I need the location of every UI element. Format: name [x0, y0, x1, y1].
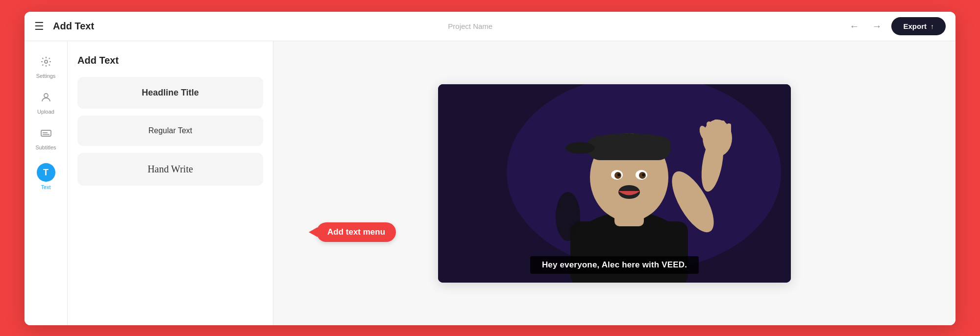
export-button[interactable]: Export ↑ [891, 17, 946, 35]
svg-point-1 [44, 94, 48, 97]
svg-point-13 [565, 142, 595, 154]
settings-icon [40, 56, 52, 71]
svg-point-0 [45, 60, 48, 63]
subtitle-text: Hey everyone, Alec here with VEED. [530, 256, 699, 274]
sidebar-nav: Settings Upload [24, 41, 68, 325]
svg-point-19 [642, 173, 645, 176]
person-figure [438, 84, 791, 283]
text-circle-icon: T [37, 163, 55, 182]
headline-title-button[interactable]: Headline Title [77, 77, 263, 109]
top-bar-center: Project Name [94, 22, 846, 30]
callout-arrow-icon [309, 227, 318, 237]
regular-text-button[interactable]: Regular Text [77, 116, 263, 146]
upload-label: Upload [37, 109, 54, 115]
sidebar-item-subtitles[interactable]: Subtitles [27, 122, 65, 155]
sidebar-item-settings[interactable]: Settings [27, 51, 65, 84]
panel-title: Add Text [77, 55, 263, 66]
text-icon-letter: T [43, 168, 49, 178]
project-name: Project Name [448, 22, 492, 30]
callout-wrapper: Add text menu [317, 222, 396, 242]
top-bar-left: ☰ Add Text [34, 21, 94, 32]
app-container: ☰ Add Text Project Name ← → Export ↑ [24, 12, 956, 325]
add-text-panel: Add Text Headline Title Regular Text Han… [68, 41, 273, 325]
upload-icon [40, 92, 52, 106]
settings-label: Settings [36, 73, 56, 79]
callout-bubble: Add text menu [317, 222, 396, 242]
svg-rect-2 [41, 130, 51, 136]
svg-point-18 [617, 173, 620, 176]
subtitles-label: Subtitles [35, 144, 56, 150]
canvas-area: Hey everyone, Alec here with VEED. Add t… [273, 41, 956, 325]
svg-rect-27 [727, 123, 731, 136]
video-frame: Hey everyone, Alec here with VEED. [438, 84, 791, 283]
sidebar-item-upload[interactable]: Upload [27, 87, 65, 120]
sidebar-item-text[interactable]: T Text [27, 158, 65, 195]
redo-button[interactable]: → [869, 19, 884, 34]
subtitle-bar: Hey everyone, Alec here with VEED. [438, 256, 791, 274]
text-label: Text [41, 184, 50, 190]
subtitles-icon [40, 127, 52, 142]
hamburger-icon[interactable]: ☰ [34, 21, 44, 32]
undo-button[interactable]: ← [846, 19, 862, 34]
page-title: Add Text [53, 21, 94, 32]
tooltip-callout: Add text menu [317, 222, 396, 242]
main-content: Settings Upload [24, 41, 956, 325]
handwrite-button[interactable]: Hand Write [77, 153, 263, 186]
top-bar: ☰ Add Text Project Name ← → Export ↑ [24, 12, 956, 41]
export-icon: ↑ [931, 23, 934, 30]
svg-rect-25 [713, 120, 718, 136]
svg-rect-26 [720, 120, 725, 136]
top-bar-right: ← → Export ↑ [846, 17, 946, 35]
svg-point-29 [556, 192, 580, 241]
export-label: Export [903, 22, 927, 30]
svg-rect-12 [588, 136, 671, 160]
